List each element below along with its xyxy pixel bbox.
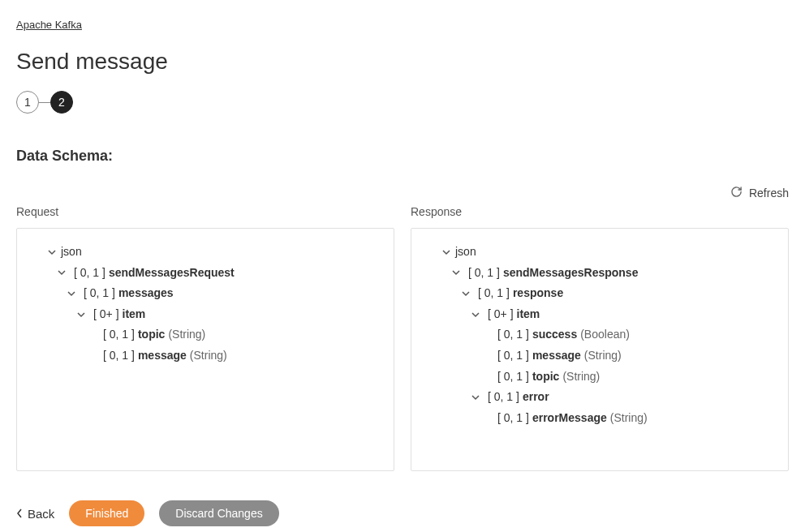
chevron-down-icon[interactable]	[75, 309, 87, 320]
refresh-label: Refresh	[749, 187, 789, 200]
request-column: Request json [ 0, 1 ] sendMessagesReques…	[16, 205, 394, 471]
back-button[interactable]: Back	[16, 507, 54, 521]
tree-node-leaf: [ 0, 1 ] errorMessage (String)	[423, 408, 777, 429]
cardinality: [ 0+ ]	[488, 307, 514, 323]
tree-node-leaf: [ 0, 1 ] topic (String)	[423, 367, 777, 388]
tree-node-leaf: [ 0, 1 ] topic (String)	[28, 324, 382, 345]
chevron-down-icon[interactable]	[441, 247, 452, 258]
step-connector	[39, 102, 50, 103]
chevron-down-icon[interactable]	[450, 267, 462, 278]
field-name: message	[138, 348, 187, 364]
cardinality: [ 0, 1 ]	[84, 285, 115, 302]
tree-node[interactable]: [ 0, 1 ] response	[423, 283, 777, 304]
field-name: message	[532, 348, 581, 364]
step-1[interactable]: 1	[16, 91, 39, 114]
cardinality: [ 0, 1 ]	[497, 369, 529, 385]
cardinality: [ 0, 1 ]	[497, 327, 529, 343]
cardinality: [ 0, 1 ]	[497, 410, 529, 427]
field-type: (String)	[562, 369, 600, 385]
field-type: (String)	[610, 410, 648, 427]
chevron-down-icon[interactable]	[470, 309, 481, 320]
request-label: Request	[16, 205, 394, 218]
tree-node[interactable]: [ 0, 1 ] sendMessagesRequest	[28, 263, 382, 284]
tree-node[interactable]: [ 0, 1 ] sendMessagesResponse	[423, 263, 777, 284]
tree-node-label: json	[455, 244, 476, 260]
field-name: topic	[532, 369, 559, 385]
cardinality: [ 0, 1 ]	[103, 348, 135, 364]
field-name: response	[513, 285, 563, 302]
cardinality: [ 0, 1 ]	[488, 389, 519, 405]
field-type: (String)	[168, 327, 205, 343]
refresh-button[interactable]: Refresh	[730, 186, 789, 200]
page-title: Send message	[16, 49, 789, 75]
cardinality: [ 0, 1 ]	[74, 265, 105, 281]
tree-node[interactable]: [ 0, 1 ] messages	[28, 283, 382, 304]
tree-node-label: json	[61, 244, 82, 260]
field-type: (Boolean)	[580, 327, 630, 343]
field-name: topic	[138, 327, 165, 343]
response-column: Response json [ 0, 1 ] sendMessagesRespo…	[411, 205, 789, 471]
breadcrumb-link[interactable]: Apache Kafka	[16, 19, 82, 31]
tree-node[interactable]: [ 0+ ] item	[423, 304, 777, 325]
tree-node-root[interactable]: json	[423, 242, 777, 263]
tree-node[interactable]: [ 0, 1 ] error	[423, 387, 777, 408]
cardinality: [ 0, 1 ]	[468, 265, 500, 281]
field-name: messages	[118, 285, 174, 302]
chevron-down-icon[interactable]	[460, 288, 471, 299]
tree-node-leaf: [ 0, 1 ] message (String)	[423, 345, 777, 367]
footer-actions: Back Finished Discard Changes	[16, 500, 789, 526]
cardinality: [ 0, 1 ]	[478, 285, 510, 302]
field-name: success	[532, 327, 577, 343]
discard-button[interactable]: Discard Changes	[159, 500, 278, 526]
tree-node-leaf: [ 0, 1 ] message (String)	[28, 345, 382, 367]
cardinality: [ 0+ ]	[93, 307, 119, 323]
refresh-icon	[730, 186, 743, 200]
finished-button[interactable]: Finished	[69, 500, 144, 526]
tree-node[interactable]: [ 0+ ] item	[28, 304, 382, 325]
field-name: sendMessagesResponse	[503, 265, 639, 281]
tree-node-root[interactable]: json	[28, 242, 382, 263]
field-type: (String)	[584, 348, 622, 364]
response-label: Response	[411, 205, 789, 218]
chevron-down-icon[interactable]	[46, 247, 58, 258]
field-name: item	[123, 307, 146, 323]
request-panel: json [ 0, 1 ] sendMessagesRequest [ 0, 1…	[16, 228, 394, 471]
cardinality: [ 0, 1 ]	[103, 327, 135, 343]
chevron-down-icon[interactable]	[470, 392, 481, 403]
field-name: sendMessagesRequest	[109, 265, 235, 281]
response-panel: json [ 0, 1 ] sendMessagesResponse [ 0, …	[411, 228, 789, 471]
step-2[interactable]: 2	[50, 91, 73, 114]
field-name: errorMessage	[532, 410, 607, 427]
field-type: (String)	[190, 348, 227, 364]
cardinality: [ 0, 1 ]	[497, 348, 529, 364]
field-name: item	[517, 307, 540, 323]
back-label: Back	[28, 507, 54, 521]
chevron-down-icon[interactable]	[66, 288, 77, 299]
stepper: 1 2	[16, 91, 789, 114]
tree-node-leaf: [ 0, 1 ] success (Boolean)	[423, 324, 777, 345]
field-name: error	[523, 389, 549, 405]
chevron-down-icon[interactable]	[56, 267, 67, 278]
chevron-left-icon	[16, 508, 23, 518]
data-schema-heading: Data Schema:	[16, 148, 789, 165]
